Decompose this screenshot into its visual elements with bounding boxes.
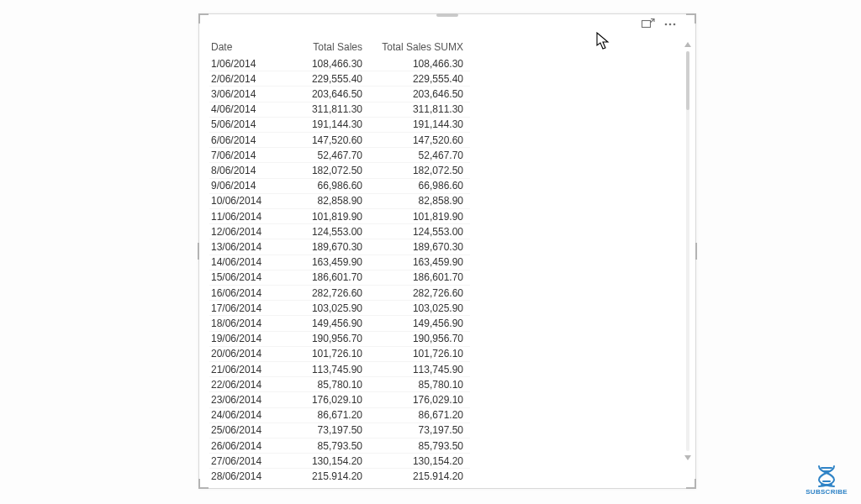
table-row[interactable]: 8/06/2014182,072.50182,072.50 <box>209 163 470 178</box>
cell-date: 4/06/2014 <box>209 102 280 117</box>
table-header-row: Date Total Sales Total Sales SUMX <box>209 39 470 56</box>
cell-date: 22/06/2014 <box>209 377 280 392</box>
table-row[interactable]: 21/06/2014113,745.90113,745.90 <box>209 362 470 377</box>
cell-date: 8/06/2014 <box>209 163 280 178</box>
drag-grip-icon[interactable] <box>436 13 458 17</box>
table-row[interactable]: 11/06/2014101,819.90101,819.90 <box>209 209 470 224</box>
cell-total-sales: 163,459.90 <box>280 255 369 270</box>
more-options-icon[interactable] <box>663 18 677 31</box>
cell-total-sales-sumx: 163,459.90 <box>369 255 470 270</box>
cell-total-sales-sumx: 182,072.50 <box>369 163 470 178</box>
focus-mode-icon[interactable] <box>642 18 655 31</box>
cell-total-sales-sumx: 282,726.60 <box>369 286 470 301</box>
table-row[interactable]: 12/06/2014124,553.00124,553.00 <box>209 224 470 239</box>
svg-marker-5 <box>684 42 691 47</box>
cell-date: 27/06/2014 <box>209 454 280 469</box>
table-row[interactable]: 23/06/2014176,029.10176,029.10 <box>209 392 470 407</box>
cell-total-sales: 73,197.50 <box>280 423 369 438</box>
scrollbar-track[interactable] <box>686 51 689 451</box>
svg-rect-0 <box>642 21 651 28</box>
cell-total-sales: 203,646.50 <box>280 87 369 102</box>
scroll-up-arrow-icon[interactable] <box>683 39 693 50</box>
cell-date: 26/06/2014 <box>209 438 280 454</box>
cell-total-sales-sumx: 82,858.90 <box>369 193 470 208</box>
table-row[interactable]: 25/06/201473,197.5073,197.50 <box>209 423 470 438</box>
table-row[interactable]: 17/06/2014103,025.90103,025.90 <box>209 301 470 316</box>
table-row[interactable]: 28/06/2014215,914.20215,914.20 <box>209 469 470 480</box>
table-row[interactable]: 22/06/201485,780.1085,780.10 <box>209 377 470 392</box>
table-row[interactable]: 1/06/2014108,466.30108,466.30 <box>209 56 470 71</box>
subscribe-badge[interactable]: SUBSCRIBE <box>806 465 848 496</box>
cell-total-sales-sumx: 311,811.30 <box>369 102 470 117</box>
column-header-date[interactable]: Date <box>209 39 280 56</box>
table-visual-frame[interactable]: Date Total Sales Total Sales SUMX 1/06/2… <box>198 13 696 489</box>
cell-total-sales: 82,858.90 <box>280 193 369 208</box>
table-row[interactable]: 26/06/201485,793.5085,793.50 <box>209 438 470 454</box>
table-row[interactable]: 16/06/2014282,726.60282,726.60 <box>209 286 470 301</box>
cell-date: 20/06/2014 <box>209 346 280 361</box>
table-row[interactable]: 3/06/2014203,646.50203,646.50 <box>209 87 470 102</box>
dna-icon <box>814 465 839 488</box>
table-row[interactable]: 6/06/2014147,520.60147,520.60 <box>209 133 470 148</box>
column-header-sumx[interactable]: Total Sales SUMX <box>369 39 470 56</box>
cell-total-sales-sumx: 189,670.30 <box>369 239 470 255</box>
cell-total-sales-sumx: 73,197.50 <box>369 423 470 438</box>
svg-line-1 <box>651 19 654 23</box>
cell-total-sales: 101,819.90 <box>280 209 369 224</box>
resize-handle-left-icon[interactable] <box>198 243 199 260</box>
scroll-down-arrow-icon[interactable] <box>683 453 693 463</box>
cell-total-sales: 124,553.00 <box>280 224 369 239</box>
cell-total-sales: 130,154.20 <box>280 454 369 469</box>
scrollbar-thumb[interactable] <box>686 51 689 110</box>
cell-total-sales: 189,670.30 <box>280 239 369 255</box>
table-row[interactable]: 13/06/2014189,670.30189,670.30 <box>209 239 470 255</box>
table-row[interactable]: 15/06/2014186,601.70186,601.70 <box>209 270 470 285</box>
table-row[interactable]: 20/06/2014101,726.10101,726.10 <box>209 346 470 361</box>
cell-total-sales-sumx: 176,029.10 <box>369 392 470 407</box>
vertical-scrollbar[interactable] <box>683 39 693 463</box>
table-row[interactable]: 2/06/2014229,555.40229,555.40 <box>209 71 470 87</box>
cell-total-sales-sumx: 66,986.60 <box>369 178 470 193</box>
table-row[interactable]: 14/06/2014163,459.90163,459.90 <box>209 255 470 270</box>
cell-date: 6/06/2014 <box>209 133 280 148</box>
cell-total-sales-sumx: 190,956.70 <box>369 331 470 346</box>
cell-total-sales: 229,555.40 <box>280 71 369 87</box>
cell-total-sales-sumx: 215,914.20 <box>369 469 470 480</box>
cell-date: 23/06/2014 <box>209 392 280 407</box>
cell-date: 28/06/2014 <box>209 469 280 480</box>
resize-handle-bottom-left-icon[interactable] <box>198 479 209 489</box>
cell-total-sales-sumx: 203,646.50 <box>369 87 470 102</box>
cell-total-sales: 311,811.30 <box>280 102 369 117</box>
resize-handle-right-icon[interactable] <box>695 243 697 260</box>
resize-handle-top-right-icon[interactable] <box>686 13 696 24</box>
table-row[interactable]: 27/06/2014130,154.20130,154.20 <box>209 454 470 469</box>
cell-date: 5/06/2014 <box>209 117 280 132</box>
cell-total-sales: 113,745.90 <box>280 362 369 377</box>
svg-point-3 <box>669 24 672 26</box>
cell-total-sales: 176,029.10 <box>280 392 369 407</box>
column-header-total-sales[interactable]: Total Sales <box>280 39 369 56</box>
cell-total-sales-sumx: 229,555.40 <box>369 71 470 87</box>
data-table[interactable]: Date Total Sales Total Sales SUMX 1/06/2… <box>209 39 470 480</box>
cell-total-sales-sumx: 113,745.90 <box>369 362 470 377</box>
table-row[interactable]: 24/06/201486,671.2086,671.20 <box>209 407 470 423</box>
cell-total-sales-sumx: 108,466.30 <box>369 56 470 71</box>
cell-total-sales: 147,520.60 <box>280 133 369 148</box>
table-row[interactable]: 10/06/201482,858.9082,858.90 <box>209 193 470 208</box>
cell-date: 14/06/2014 <box>209 255 280 270</box>
table-row[interactable]: 7/06/201452,467.7052,467.70 <box>209 148 470 163</box>
cell-date: 9/06/2014 <box>209 178 280 193</box>
table-row[interactable]: 18/06/2014149,456.90149,456.90 <box>209 316 470 331</box>
cell-total-sales-sumx: 186,601.70 <box>369 270 470 285</box>
cell-date: 2/06/2014 <box>209 71 280 87</box>
cell-total-sales-sumx: 52,467.70 <box>369 148 470 163</box>
resize-handle-top-left-icon[interactable] <box>198 13 209 24</box>
table-row[interactable]: 19/06/2014190,956.70190,956.70 <box>209 331 470 346</box>
table-row[interactable]: 4/06/2014311,811.30311,811.30 <box>209 102 470 117</box>
resize-handle-bottom-right-icon[interactable] <box>686 479 696 489</box>
table-row[interactable]: 9/06/201466,986.6066,986.60 <box>209 178 470 193</box>
cell-total-sales: 108,466.30 <box>280 56 369 71</box>
cell-total-sales-sumx: 149,456.90 <box>369 316 470 331</box>
cell-total-sales: 282,726.60 <box>280 286 369 301</box>
table-row[interactable]: 5/06/2014191,144.30191,144.30 <box>209 117 470 132</box>
